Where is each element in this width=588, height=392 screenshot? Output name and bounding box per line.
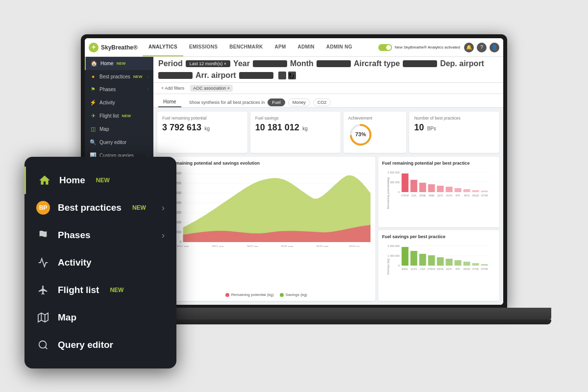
svg-text:XTRAF: XTRAF [427,268,435,270]
notification-icon[interactable]: 🔔 [464,43,474,52]
activity-icon: ⚡ [90,99,97,106]
tab-analytics[interactable]: ANALYTICS [143,38,183,56]
chevron-right-icon: › [147,87,148,92]
svg-text:1 000 000: 1 000 000 [388,254,399,257]
period-filter[interactable]: Last 12 month(s) × [186,60,230,67]
year-select[interactable] [253,60,287,67]
sidebar-item-query-editor[interactable]: 🔍 Query editor [85,136,153,149]
remaining-potential-unit: kg [205,126,210,131]
bar-chart-savings-card: Fuel savings per best practice Savings (… [378,230,499,301]
svg-rect-64 [463,262,470,266]
month-select[interactable] [317,60,351,67]
svg-text:CDA: CDA [420,268,425,270]
svg-text:2021-nov.: 2021-nov. [212,245,224,247]
nav-tabs: ANALYTICS EMISSIONS BENCHMARK APM ADMIN … [143,38,358,56]
svg-text:2021-sep.: 2021-sep. [176,245,190,247]
arr-airport-select[interactable] [239,72,273,79]
svg-text:OTHR: OTHR [481,268,488,270]
bar-bral [401,247,408,266]
floating-nav-best-practices[interactable]: BP Best practices NEW › [24,194,176,221]
month-label: Month [290,59,314,68]
svg-rect-34 [428,184,435,192]
floating-nav-phases[interactable]: Phases › [24,221,176,249]
svg-text:ZRNE: ZRNE [419,194,426,197]
dep-airport-select[interactable] [158,72,193,79]
svg-text:BRAL: BRAL [402,268,408,270]
aircraft-type-select[interactable] [403,60,437,67]
legend-dot-remaining [225,293,229,297]
svg-text:APUI: APUI [464,194,470,197]
flight-icon: ✈ [90,113,97,119]
tab-admin[interactable]: ADMIN [292,38,320,56]
help-icon[interactable]: ? [477,43,487,52]
kpi-best-practices: Number of best practices 10 BPs [409,112,499,153]
floating-nav-home[interactable]: Home NEW [24,167,176,194]
svg-point-80 [39,341,47,348]
user-icon[interactable]: 👤 [490,43,499,52]
home-icon: 🏠 [91,60,98,67]
charts-row: Fuel remaining potential and savings evo… [157,157,499,301]
chart-legend: Remaining potential (kg) Savings (kg) [161,293,371,297]
floating-sidebar: Home NEW BP Best practices NEW › Phases … [24,157,176,368]
tab-emissions[interactable]: EMISSIONS [183,38,223,56]
svg-text:EDTI: EDTI [438,194,443,197]
sidebar-item-home[interactable]: 🏠 Home NEW [85,57,153,70]
sidebar-item-map[interactable]: ◫ Map [85,122,153,136]
svg-rect-60 [428,255,435,266]
svg-text:73%: 73% [355,131,366,137]
synthesis-group: Show synthesis for all best practices in… [189,98,331,106]
svg-text:ALTN: ALTN [411,268,417,270]
svg-rect-63 [454,260,461,266]
svg-text:RTF: RTF [456,268,461,270]
sidebar-item-activity[interactable]: ⚡ Activity [85,96,153,109]
sidebar-item-phases[interactable]: ⚑ Phases › [85,83,153,96]
app-header: ✈ SkyBreathe® ANALYTICS EMISSIONS BENCHM… [85,38,503,57]
bar-xtraf [401,173,408,192]
floating-nav-map[interactable]: Map [24,304,176,331]
floating-nav-query-editor[interactable]: Query editor [24,331,176,359]
floating-phases-icon [36,228,50,242]
filter-settings-icon[interactable] [278,72,286,79]
header-icons: 🔔 ? 👤 [464,43,499,52]
pill-co2[interactable]: CO2 [313,98,331,106]
tab-admin-ng[interactable]: ADMIN NG [320,38,358,56]
floating-nav-flight-list[interactable]: Flight list NEW [24,276,176,304]
svg-text:2022-mai: 2022-mai [316,245,329,247]
map-icon: ◫ [90,126,97,132]
svg-rect-35 [437,186,443,192]
analytics-toggle[interactable]: New SkyBreathe® Analytics activated [378,44,460,51]
svg-rect-61 [437,257,443,266]
svg-text:RNM: RNM [429,194,434,197]
remaining-potential-value: 3 792 613 [162,122,201,132]
floating-nav-activity[interactable]: Activity [24,249,176,276]
fuel-savings-value: 10 181 012 [255,122,299,132]
arr-airport-label: Arr. airport [196,71,236,80]
legend-savings: Savings (kg) [280,293,307,297]
svg-rect-33 [419,183,426,192]
svg-rect-59 [419,254,426,266]
floating-query-icon [36,338,50,352]
svg-text:EDTI: EDTI [446,268,452,270]
add-filters-button[interactable]: + Add filters [158,85,187,92]
svg-text:0: 0 [398,191,399,194]
pill-fuel[interactable]: Fuel [268,98,285,106]
filters-bar: Period Last 12 month(s) × Year Month Air… [153,57,503,83]
svg-rect-62 [445,259,452,266]
aoc-badge: AOC association × [190,85,233,92]
right-charts: Fuel remaining potential per best practi… [378,157,499,301]
pill-money[interactable]: Money [288,98,310,106]
bar-chart-savings-svg: Savings (kg) 2 000 000 1 000 000 0 [382,242,495,289]
tab-home[interactable]: Home [158,97,181,107]
svg-text:ARUD: ARUD [472,194,479,197]
svg-text:0: 0 [398,264,399,267]
svg-text:ARUD: ARUD [463,268,470,270]
sidebar-item-best-practices[interactable]: ● Best practices NEW › [85,70,153,83]
svg-rect-39 [472,190,479,192]
filter-refresh-icon[interactable]: ↻ [288,72,296,79]
aircraft-type-label: Aircraft type [354,59,400,68]
svg-rect-37 [454,188,461,192]
tab-benchmark[interactable]: BENCHMARK [223,38,269,56]
tab-apm[interactable]: APM [269,38,292,56]
sidebar-item-flight-list[interactable]: ✈ Flight list NEW [85,109,153,122]
svg-text:2022-jul.: 2022-jul. [349,245,360,247]
